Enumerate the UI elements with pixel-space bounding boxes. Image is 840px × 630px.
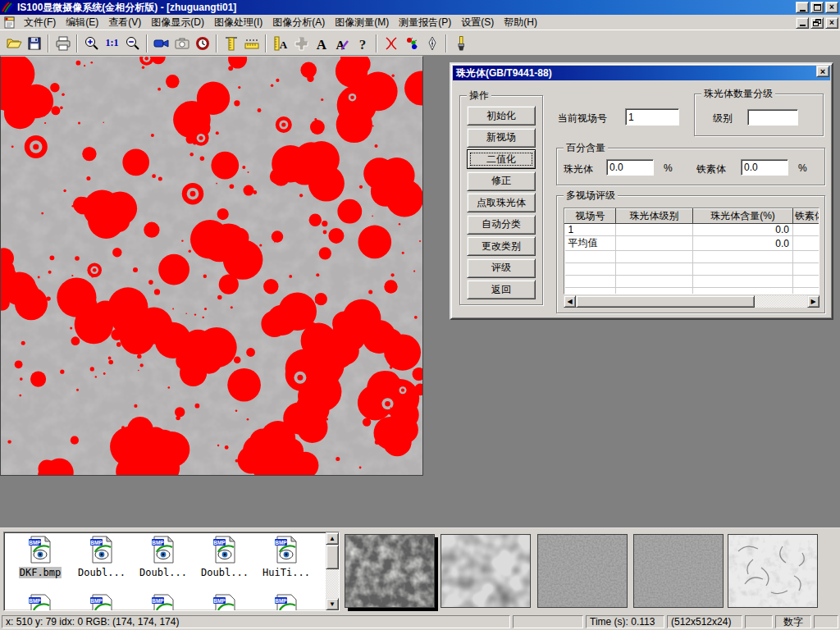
- zoom-in-button[interactable]: [81, 33, 102, 53]
- file-item[interactable]: BMP: [195, 594, 254, 611]
- pick-pearlite-button[interactable]: 点取珠光体: [467, 193, 536, 212]
- scroll-left-icon: ◀: [567, 299, 572, 305]
- print-button[interactable]: [52, 33, 73, 53]
- return-button[interactable]: 返回: [467, 280, 536, 299]
- thumbnail-2[interactable]: [441, 534, 531, 608]
- table-hscrollbar[interactable]: ◀ ▶: [564, 295, 819, 308]
- grade-level-label: 级别: [713, 112, 733, 126]
- app-icon: [2, 2, 15, 13]
- letter-a-icon: A: [313, 35, 330, 52]
- merge-button[interactable]: [290, 33, 311, 53]
- help-button[interactable]: ?: [352, 33, 372, 53]
- close-button[interactable]: ×: [825, 2, 838, 13]
- percent-group: 百分含量 珠光体 % 铁素体 %: [556, 148, 825, 185]
- status-mode: 数字: [775, 615, 811, 628]
- file-item[interactable]: BMP: [72, 594, 131, 611]
- scroll-left-button[interactable]: ◀: [564, 295, 576, 308]
- mdi-close-button[interactable]: ×: [825, 17, 838, 29]
- phase-color-button[interactable]: [401, 33, 422, 53]
- correct-button[interactable]: 修正: [467, 171, 536, 191]
- status-time: Time (s): 0.113: [586, 615, 664, 628]
- return-label: 返回: [491, 283, 511, 297]
- menu-image-measure[interactable]: 图像测量(M): [330, 15, 394, 30]
- auto-classify-button[interactable]: 自动分类: [467, 215, 536, 235]
- menu-file[interactable]: 文件(F): [19, 15, 61, 30]
- text-edit-button[interactable]: A: [331, 33, 352, 53]
- thumbnail-1[interactable]: [345, 534, 435, 608]
- vertical-ruler-button[interactable]: [221, 33, 241, 53]
- svg-text:BMP: BMP: [29, 540, 41, 546]
- file-item[interactable]: BMP Doubl...: [195, 536, 254, 578]
- dialog-close-button[interactable]: ×: [816, 66, 829, 77]
- snapshot-button[interactable]: [171, 33, 192, 53]
- text-annotate-button[interactable]: A: [311, 33, 331, 53]
- ferrite-percent-input[interactable]: [741, 159, 788, 176]
- file-item[interactable]: BMP: [134, 594, 193, 611]
- calibration-button[interactable]: A: [270, 33, 290, 53]
- menu-measure-report[interactable]: 测量报告(P): [394, 15, 456, 30]
- table-row[interactable]: 1 0.0: [565, 224, 820, 236]
- binarize-button[interactable]: 二值化: [467, 149, 536, 169]
- file-item[interactable]: BMP DKF.bmp: [11, 536, 70, 578]
- minimize-button[interactable]: [796, 2, 809, 13]
- curve-measure-button[interactable]: [381, 33, 401, 53]
- thumbnail-3[interactable]: [537, 534, 628, 608]
- save-button[interactable]: [24, 33, 44, 53]
- grade-button[interactable]: 评级: [467, 258, 536, 278]
- status-coordinates: x: 510 y: 79 idx: 0 RGB: (174, 174, 174): [2, 615, 510, 628]
- dialog-title-bar[interactable]: 珠光体(GB/T9441-88): [453, 66, 830, 80]
- menu-image-processing[interactable]: 图像处理(I): [209, 15, 267, 30]
- timer-button[interactable]: [192, 33, 212, 53]
- menu-settings[interactable]: 设置(S): [456, 15, 499, 30]
- print-icon: [55, 35, 71, 52]
- new-field-button[interactable]: 新视场: [467, 128, 536, 148]
- current-view-input[interactable]: [625, 108, 679, 126]
- metallographic-image[interactable]: [0, 56, 423, 476]
- thumbnail-5[interactable]: [728, 534, 818, 608]
- menu-view[interactable]: 查看(V): [103, 15, 146, 30]
- status-bar: x: 510 y: 79 idx: 0 RGB: (174, 174, 174)…: [0, 614, 840, 630]
- file-list-vscrollbar[interactable]: ▲ ▼: [326, 532, 339, 610]
- scroll-right-button[interactable]: ▶: [807, 295, 819, 308]
- scroll-track[interactable]: [755, 295, 807, 308]
- mdi-restore-button[interactable]: [810, 17, 824, 29]
- scroll-thumb[interactable]: [576, 295, 755, 308]
- new-field-label: 新视场: [486, 130, 516, 144]
- menu-image-analysis[interactable]: 图像分析(A): [267, 15, 330, 30]
- thumbnail-5-image: [728, 535, 817, 607]
- initialize-button[interactable]: 初始化: [467, 106, 536, 126]
- pearlite-percent-input[interactable]: [606, 159, 654, 176]
- zoom-out-button[interactable]: [122, 33, 143, 53]
- mdi-restore-icon: [813, 19, 821, 26]
- scroll-thumb[interactable]: [326, 545, 339, 569]
- thumbnail-4[interactable]: [633, 534, 724, 608]
- file-item[interactable]: BMP: [11, 594, 70, 611]
- maximize-button[interactable]: [810, 2, 824, 13]
- scroll-track[interactable]: [326, 569, 339, 598]
- horizontal-ruler-button[interactable]: [241, 33, 262, 53]
- bmp-file-icon: BMP: [89, 536, 114, 564]
- fill-brush-button[interactable]: [450, 33, 471, 53]
- scroll-down-button[interactable]: ▼: [326, 598, 339, 610]
- file-item[interactable]: BMP Doubl...: [72, 536, 131, 578]
- rating-table[interactable]: 视场号 珠光体级别 珠光体含量(%) 铁素体含量(%) 1 0.0: [564, 208, 819, 294]
- operations-group-label: 操作: [467, 89, 491, 101]
- change-class-button[interactable]: 更改类别: [467, 236, 536, 256]
- pen-pick-button[interactable]: [422, 33, 442, 53]
- svg-text:A: A: [316, 36, 326, 52]
- menu-help[interactable]: 帮助(H): [499, 15, 542, 30]
- toolbar-separator: [376, 34, 377, 52]
- grade-level-input[interactable]: [747, 109, 798, 126]
- open-button[interactable]: [3, 33, 24, 53]
- file-item[interactable]: BMP: [257, 594, 316, 611]
- pick-pearlite-label: 点取珠光体: [477, 196, 526, 210]
- file-item[interactable]: BMP HuiTi...: [257, 536, 316, 578]
- zoom-1to1-button[interactable]: 1:1: [102, 33, 122, 53]
- menu-image-display[interactable]: 图像显示(D): [146, 15, 209, 30]
- scroll-up-button[interactable]: ▲: [326, 532, 339, 545]
- menu-edit[interactable]: 编辑(E): [61, 15, 103, 30]
- table-row[interactable]: 平均值 0.0: [565, 236, 820, 251]
- mdi-minimize-button[interactable]: [796, 17, 809, 29]
- video-capture-button[interactable]: [151, 33, 171, 53]
- file-item[interactable]: BMP Doubl...: [134, 536, 193, 578]
